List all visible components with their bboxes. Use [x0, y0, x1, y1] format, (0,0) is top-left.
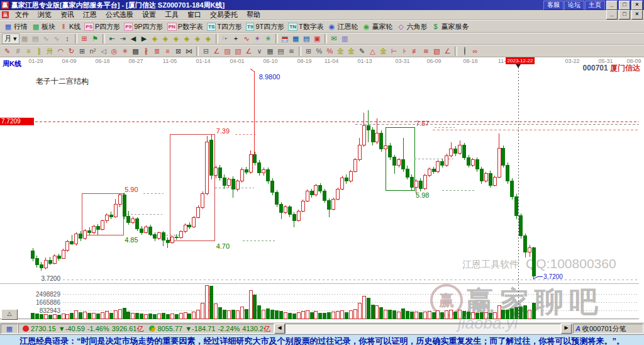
remote-icon[interactable]: ▥: [340, 33, 350, 44]
gann-mini-icon[interactable]: ✶: [252, 33, 263, 44]
bar-width-icon[interactable]: ↕: [62, 33, 73, 44]
golden-ratio-icon[interactable]: 金: [346, 46, 357, 57]
horizontal-scrollbar[interactable]: [285, 324, 561, 334]
angle2-icon[interactable]: ∠: [243, 46, 254, 57]
last-page-icon[interactable]: ⇥: [118, 33, 128, 44]
mail-icon[interactable]: ✉: [329, 33, 340, 44]
wave-icon[interactable]: ≋: [286, 46, 297, 57]
quote-view-icon[interactable]: ▤: [30, 33, 41, 44]
menu-item-3[interactable]: 江恩: [79, 10, 101, 20]
target-icon[interactable]: ◎: [109, 46, 119, 57]
grid3-icon[interactable]: ▦: [265, 46, 275, 57]
scroll-left-button[interactable]: ◀: [274, 324, 285, 334]
crosshair-icon[interactable]: +: [231, 33, 242, 44]
box-tool-icon[interactable]: ⊠: [173, 46, 184, 57]
dense-lines2-icon[interactable]: ≡: [162, 46, 173, 57]
dense-lines-icon[interactable]: ≣: [152, 46, 162, 57]
menu-item-5[interactable]: 设置: [138, 10, 160, 20]
n2-icon[interactable]: n²: [87, 46, 98, 57]
menu-item-4[interactable]: 公式选股: [101, 10, 138, 20]
index-panel[interactable]: 2730.15 ▼-40.59 -1.46% 3926.61 亿 8055.77…: [18, 324, 274, 334]
kline-mini-icon[interactable]: ∿: [52, 33, 62, 44]
grid4-icon[interactable]: ▤: [275, 46, 286, 57]
slope-icon[interactable]: ∠: [442, 46, 453, 57]
p-square-button[interactable]: PSP四方形: [82, 21, 122, 32]
square-tool-icon[interactable]: ⊞: [77, 46, 87, 57]
period-selector[interactable]: 月 ▾: [2, 33, 19, 44]
trend-mini-icon[interactable]: ∿: [41, 33, 52, 44]
menu-item-8[interactable]: 交易委托: [206, 10, 242, 20]
golden-section-icon[interactable]: 金: [335, 46, 346, 57]
fan-lines-icon[interactable]: ∠: [211, 46, 222, 57]
save-icon[interactable]: ▣: [312, 33, 323, 44]
segment-tool-icon[interactable]: ∿: [242, 33, 252, 44]
expand-time-icon[interactable]: ◈: [160, 33, 171, 44]
t-table-button[interactable]: TNT数字表: [286, 21, 325, 32]
sectors-button[interactable]: ▩板块: [30, 21, 57, 32]
pen-icon[interactable]: ✎: [2, 46, 13, 57]
infinity-icon[interactable]: ∞: [470, 46, 480, 57]
menu-item-7[interactable]: 窗口: [183, 10, 206, 20]
doc-minimize-button[interactable]: _: [606, 10, 618, 20]
winner-service-button[interactable]: $赢家服务: [430, 21, 471, 32]
parallel-icon[interactable]: ∦: [141, 46, 152, 57]
chart-canvas[interactable]: 江恩工具软件 QQ:100800360 赢 赢家聊吧 周K线 老子十二宫结构 0…: [0, 57, 644, 322]
rotate-icon[interactable]: ↻: [66, 46, 77, 57]
minimize-button[interactable]: _: [606, 1, 618, 10]
menu-item-2[interactable]: 资讯: [56, 10, 79, 20]
percent-icon[interactable]: %: [314, 46, 325, 57]
vert-lines-icon[interactable]: ∥: [34, 46, 45, 57]
favorite-mark-icon[interactable]: ⊞: [79, 33, 90, 44]
expand-left-icon[interactable]: ◈: [182, 33, 192, 44]
trend-steps-icon[interactable]: ≋: [421, 46, 431, 57]
p9-square-button[interactable]: P99P四方形: [122, 21, 165, 32]
hash-grid-icon[interactable]: #: [13, 46, 23, 57]
doc-close-button[interactable]: ×: [631, 10, 643, 20]
p-table-button[interactable]: PNP数字表: [165, 21, 205, 32]
gann-wheel-button[interactable]: ◉江恩轮: [326, 21, 360, 32]
compress-price-icon[interactable]: ◈: [192, 33, 203, 44]
hatch-icon[interactable]: ▩: [130, 46, 141, 57]
pan-hand-icon[interactable]: ☞: [220, 33, 231, 44]
zone-icon[interactable]: ▧: [431, 46, 442, 57]
brush-icon[interactable]: ✎: [357, 46, 367, 57]
check-icon[interactable]: ∨: [254, 46, 265, 57]
yinyang-icon[interactable]: [459, 46, 470, 57]
compress-left-icon[interactable]: ◈: [171, 33, 182, 44]
cycle-mini-icon[interactable]: ✳: [263, 33, 274, 44]
t9-square-button[interactable]: T99T四方形: [244, 21, 286, 32]
link-tool-icon[interactable]: ⋈: [184, 46, 194, 57]
doc-restore-button[interactable]: □: [619, 10, 630, 20]
market-grid-button[interactable]: ▦: [1, 324, 18, 334]
quotes-button[interactable]: ▦行情: [2, 21, 30, 32]
star-icon[interactable]: ✳: [119, 46, 130, 57]
compress-time-icon[interactable]: ◈: [150, 33, 160, 44]
f-lines-icon[interactable]: ⊦: [399, 46, 410, 57]
calculator-icon[interactable]: ▦: [291, 33, 301, 44]
hexagon-button[interactable]: ◇六角形: [395, 21, 430, 32]
shade2-icon[interactable]: ▧: [233, 46, 243, 57]
pyramid-icon[interactable]: △: [367, 46, 378, 57]
expand-price-icon[interactable]: ◈: [203, 33, 214, 44]
menu-item-9[interactable]: 帮助: [242, 10, 265, 20]
steps-icon[interactable]: ≢: [410, 46, 421, 57]
arc-icon[interactable]: ◠: [55, 46, 66, 57]
gold-box-icon[interactable]: 金: [378, 46, 389, 57]
next-bar-icon[interactable]: ▶: [139, 33, 150, 44]
memo-icon[interactable]: ▤: [301, 33, 312, 44]
percent-red-icon[interactable]: %: [325, 46, 335, 57]
pair-tool-icon[interactable]: ⊞: [303, 46, 314, 57]
board-view-icon[interactable]: ▦: [19, 33, 30, 44]
menu-item-0[interactable]: 文件: [11, 10, 33, 20]
prev-bar-icon[interactable]: ◀: [128, 33, 139, 44]
t-square-button[interactable]: TST四方形: [205, 21, 244, 32]
close-button[interactable]: ×: [631, 1, 643, 10]
calendar-icon[interactable]: 21: [280, 33, 291, 44]
restore-button[interactable]: □: [619, 1, 630, 10]
fib-icon[interactable]: ⊢: [389, 46, 399, 57]
tick-data-cell[interactable]: A 收000701分笔: [573, 324, 643, 334]
first-page-icon[interactable]: ⇤: [107, 33, 118, 44]
homepage-link[interactable]: 主页: [585, 1, 605, 10]
pane-expand-button[interactable]: △: [1, 309, 18, 320]
kline-button[interactable]: ‖K线: [57, 21, 82, 32]
